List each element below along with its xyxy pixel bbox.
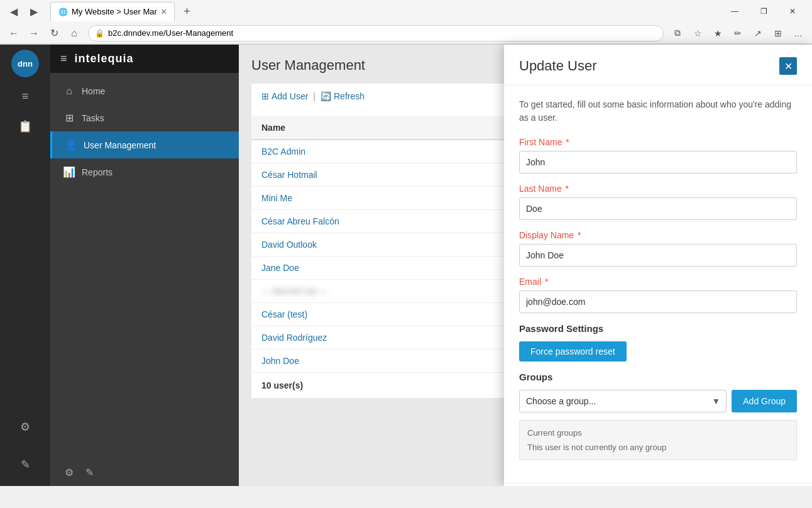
sidebar-item-tasks[interactable]: ⊞ Tasks [50, 104, 239, 131]
dnn-logo: dnn [11, 50, 39, 77]
separator: | [313, 91, 315, 101]
nav-edit-icon[interactable]: ✎ [83, 467, 96, 478]
nav-spacer [50, 190, 239, 459]
reports-icon: 📊 [63, 166, 75, 178]
nav-header: ≡ intelequia [50, 45, 239, 73]
refresh-button[interactable]: 🔄 Refresh [321, 91, 365, 101]
sidebar-item-home[interactable]: ⌂ Home [50, 78, 239, 104]
panel-intro: To get started, fill out some basic info… [519, 98, 797, 124]
nav-footer: ⚙ ✎ [50, 459, 239, 486]
add-group-button[interactable]: Add Group [732, 390, 797, 412]
display-name-label: Display Name * [519, 230, 797, 240]
sidebar-item-user-management[interactable]: 👤 User Management [50, 131, 239, 158]
browser-tab[interactable]: 🌐 My Website > User Mar × [50, 2, 175, 21]
refresh-icon: 🔄 [321, 91, 331, 101]
display-name-required: * [578, 230, 581, 240]
tab-favicon: 🌐 [58, 8, 68, 16]
sidebar-icon-edit[interactable]: ✎ [11, 451, 39, 478]
nav-sidebar: ≡ intelequia ⌂ Home ⊞ Tasks 👤 User Manag… [50, 45, 239, 486]
panel-footer: Update User Cancel [504, 483, 812, 486]
sidebar-label-reports: Reports [82, 167, 112, 177]
nav-items: ⌂ Home ⊞ Tasks 👤 User Management 📊 Repor… [50, 73, 239, 190]
home-icon: ⌂ [63, 86, 75, 97]
email-group: Email * [519, 277, 797, 313]
email-input[interactable] [519, 290, 797, 313]
collections-icon[interactable]: ⊞ [769, 25, 787, 42]
icon-sidebar: dnn ≡ 📋 ⚙ ✎ [0, 45, 50, 486]
refresh-label: Refresh [334, 91, 365, 101]
close-icon: ✕ [784, 60, 793, 72]
first-name-group: First Name * [519, 137, 797, 174]
url-text: b2c.dnndev.me/User-Management [108, 28, 233, 38]
first-name-input[interactable] [519, 151, 797, 174]
groups-section: Groups Choose a group... Administrators … [519, 372, 797, 460]
panel-body: To get started, fill out some basic info… [504, 86, 812, 483]
nav-buttons: ← → ↻ ⌂ [5, 25, 83, 42]
current-groups-empty: This user is not currently on any group [527, 443, 789, 452]
group-select-wrapper: Choose a group... Administrators Registe… [519, 390, 727, 412]
tab-title: My Website > User Mar [72, 7, 157, 16]
address-bar-icons: ⧉ ☆ ★ ✏ ↗ ⊞ … [669, 25, 807, 42]
close-button[interactable]: ✕ [778, 0, 807, 23]
window-controls: — ❐ ✕ [720, 0, 807, 23]
password-section: Password Settings Force password reset [519, 323, 797, 362]
hamburger-icon[interactable]: ≡ [60, 52, 67, 65]
tasks-icon: ⊞ [63, 112, 75, 124]
last-name-group: Last Name * [519, 184, 797, 220]
current-groups-box: Current groups This user is not currentl… [519, 420, 797, 460]
add-icon: ⊞ [261, 91, 269, 101]
sidebar-icon-menu[interactable]: ≡ [11, 82, 39, 110]
last-name-label: Last Name * [519, 184, 797, 194]
email-required: * [545, 277, 548, 287]
sidebar-label-tasks: Tasks [82, 113, 104, 123]
minimize-button[interactable]: — [720, 0, 749, 23]
bookmark-icon[interactable]: ☆ [689, 25, 706, 42]
reload-button[interactable]: ↻ [45, 25, 63, 42]
panel-header: Update User ✕ [504, 45, 812, 86]
first-name-label: First Name * [519, 137, 797, 147]
password-section-title: Password Settings [519, 323, 797, 334]
back-nav-button[interactable]: ← [5, 25, 23, 42]
panel-title: Update User [519, 58, 597, 74]
sidebar-icon-settings[interactable]: ⚙ [11, 413, 39, 441]
new-tab-button[interactable]: + [177, 1, 197, 22]
share-icon[interactable]: ↗ [749, 25, 767, 42]
sidebar-item-reports[interactable]: 📊 Reports [50, 158, 239, 185]
address-bar: ← → ↻ ⌂ 🔒 b2c.dnndev.me/User-Management … [0, 23, 812, 44]
add-user-label: Add User [272, 91, 308, 101]
nav-settings-icon[interactable]: ⚙ [63, 467, 75, 478]
logo-text: dnn [18, 59, 33, 69]
split-view-icon[interactable]: ⧉ [669, 25, 686, 42]
sidebar-icon-notes[interactable]: 📋 [11, 113, 39, 140]
annotate-icon[interactable]: ✏ [729, 25, 747, 42]
forward-button[interactable]: ▶ [25, 3, 43, 20]
groups-section-title: Groups [519, 372, 797, 382]
home-nav-button[interactable]: ⌂ [65, 25, 83, 42]
last-name-input[interactable] [519, 197, 797, 220]
display-name-group: Display Name * [519, 230, 797, 267]
more-icon[interactable]: … [789, 25, 807, 42]
display-name-input[interactable] [519, 244, 797, 267]
user-management-icon: 👤 [65, 139, 77, 151]
groups-row: Choose a group... Administrators Registe… [519, 390, 797, 412]
add-user-button[interactable]: ⊞ Add User [261, 91, 308, 101]
browser-controls: ◀ ▶ [5, 3, 43, 20]
first-name-required: * [566, 137, 569, 147]
force-password-reset-button[interactable]: Force password reset [519, 341, 627, 362]
back-button[interactable]: ◀ [5, 3, 23, 20]
forward-nav-button[interactable]: → [25, 25, 43, 42]
sidebar-label-user-management: User Management [84, 140, 156, 150]
current-groups-title: Current groups [527, 428, 789, 438]
app-container: dnn ≡ 📋 ⚙ ✎ ≡ intelequia ⌂ Home ⊞ Tasks … [0, 45, 812, 486]
sidebar-label-home: Home [82, 86, 105, 96]
email-label: Email * [519, 277, 797, 287]
tab-close-button[interactable]: × [161, 6, 167, 18]
update-user-panel: Update User ✕ To get started, fill out s… [504, 45, 812, 486]
panel-close-button[interactable]: ✕ [779, 57, 797, 75]
favorites-icon[interactable]: ★ [709, 25, 727, 42]
maximize-button[interactable]: ❐ [749, 0, 778, 23]
nav-logo: intelequia [75, 52, 134, 65]
group-select[interactable]: Choose a group... Administrators Registe… [519, 390, 727, 412]
url-bar[interactable]: 🔒 b2c.dnndev.me/User-Management [88, 25, 664, 41]
last-name-required: * [566, 184, 569, 194]
